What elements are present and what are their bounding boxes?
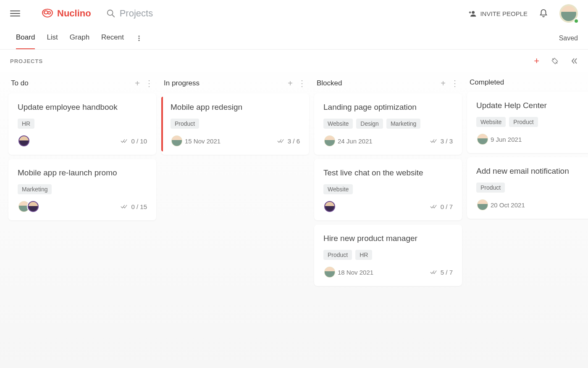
avatar [476,199,489,211]
card-footer: 0 / 10 [18,135,147,147]
card[interactable]: Hire new product managerProductHR18 Nov … [314,225,462,286]
assignees [323,266,333,278]
card-date: 24 Jun 2021 [338,138,373,145]
column-header: Completed [467,72,588,92]
avatar [476,133,489,146]
app-header: Nuclino Projects INVITE PEOPLE [0,0,588,27]
tag: Marketing [18,184,52,194]
bell-icon[interactable] [539,9,548,18]
column-header: To do+⋮ [8,72,156,93]
tab-board[interactable]: Board [16,27,35,49]
assignees [18,200,36,213]
tag: Marketing [386,119,420,129]
tag: Design [356,119,383,129]
column-header: In progress+⋮ [161,72,309,93]
tab-graph[interactable]: Graph [70,27,89,49]
tag: HR [355,250,372,260]
more-icon[interactable] [136,35,142,42]
add-card-button[interactable]: + [286,79,295,88]
card-footer: 0 / 7 [323,200,453,213]
person-add-icon [468,10,477,17]
add-item-button[interactable]: + [534,56,539,66]
card[interactable]: Add new email notificationProduct20 Oct … [467,157,588,219]
column-blocked: Blocked+⋮Landing page optimizationWebsit… [314,72,462,360]
card-title: Test live chat on the website [323,168,453,177]
card-footer: 0 / 15 [18,200,147,213]
card-tags: Product [171,119,300,129]
card-progress: 3 / 3 [430,138,453,145]
add-card-button[interactable]: + [133,79,142,88]
svg-line-1 [112,15,114,17]
tag: Product [476,183,505,193]
collapse-icon[interactable] [551,57,559,65]
card-title: Mobile app redesign [171,103,300,112]
card[interactable]: Mobile app redesignProduct15 Nov 20213 /… [161,93,309,155]
svg-point-5 [138,35,139,37]
avatar [323,200,336,213]
card-progress: 0 / 7 [430,203,453,210]
column-in-progress: In progress+⋮Mobile app redesignProduct1… [161,72,309,360]
subheader: PROJECTS + [0,50,588,72]
card-title: Update Help Center [476,101,588,110]
assignees [476,133,486,146]
card-progress: 5 / 7 [430,269,453,276]
tab-recent[interactable]: Recent [101,27,124,49]
card-footer: 9 Jun 2021 [476,133,588,146]
tag: Website [476,117,506,127]
assignees [476,199,486,211]
invite-people-button[interactable]: INVITE PEOPLE [468,10,528,17]
card-footer: 15 Nov 20213 / 6 [171,135,300,147]
card-date: 20 Oct 2021 [491,201,525,209]
card-tags: Marketing [18,184,147,194]
online-status-indicator [574,19,579,24]
card-date: 9 Jun 2021 [491,136,522,143]
column-menu-icon[interactable]: ⋮ [450,78,459,88]
card-tags: ProductHR [323,250,453,260]
column-title: In progress [164,79,200,87]
card-tags: Website [323,184,453,194]
column-title: Blocked [317,79,342,87]
tag: Product [323,250,352,260]
card-progress: 3 / 6 [277,138,300,145]
invite-label: INVITE PEOPLE [480,10,528,17]
card[interactable]: Landing page optimizationWebsiteDesignMa… [314,93,462,155]
tag: Product [171,119,199,129]
svg-point-7 [138,40,139,41]
user-avatar[interactable] [559,4,578,23]
card-progress: 0 / 15 [120,203,147,210]
card[interactable]: Mobile app re-launch promoMarketing0 / 1… [8,159,156,220]
card-title: Add new email notification [476,167,588,176]
svg-point-2 [472,11,475,14]
card-title: Mobile app re-launch promo [18,168,147,177]
tag: Product [509,117,538,127]
card-footer: 18 Nov 20215 / 7 [323,266,453,278]
nuclino-icon [40,8,55,19]
brand-name: Nuclino [57,8,91,19]
column-completed: CompletedUpdate Help CenterWebsiteProduc… [467,72,588,360]
tab-list[interactable]: List [47,27,58,49]
card-footer: 24 Jun 20213 / 3 [323,135,453,147]
column-menu-icon[interactable]: ⋮ [144,78,154,88]
menu-icon[interactable] [10,8,20,19]
search-input[interactable]: Projects [106,8,153,19]
add-card-button[interactable]: + [438,79,448,88]
card-tags: HR [18,119,147,129]
card[interactable]: Update employee handbookHR0 / 10 [8,93,156,155]
view-tabs: BoardListGraphRecent [16,27,124,49]
card-date: 15 Nov 2021 [185,138,220,145]
column-menu-icon[interactable]: ⋮ [297,78,307,88]
assignees [18,135,27,147]
brand-logo[interactable]: Nuclino [40,8,91,19]
search-placeholder: Projects [120,8,153,19]
card-tags: WebsiteDesignMarketing [323,119,453,129]
card[interactable]: Test live chat on the websiteWebsite0 / … [314,159,462,220]
card[interactable]: Update Help CenterWebsiteProduct9 Jun 20… [467,92,588,153]
saved-status: Saved [559,34,578,42]
chevron-double-left-icon[interactable] [570,57,578,65]
assignees [323,135,333,147]
avatar [171,135,183,147]
card-tags: Product [476,183,588,193]
header-actions: INVITE PEOPLE [468,4,578,23]
board-actions: + [534,56,578,66]
kanban-board: To do+⋮Update employee handbookHR0 / 10M… [0,72,588,368]
